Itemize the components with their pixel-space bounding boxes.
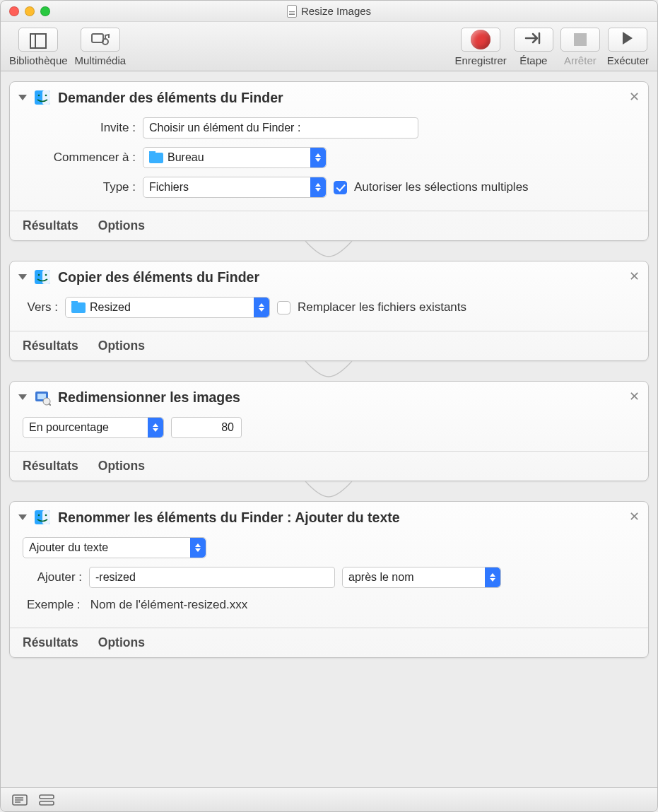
svg-point-9 <box>38 274 40 276</box>
folder-icon <box>71 302 86 313</box>
log-view-button[interactable] <box>12 794 28 806</box>
window-minimize-button[interactable] <box>25 6 35 16</box>
library-button[interactable] <box>18 28 58 52</box>
toolbar: Bibliothèque Multimédia Enregistrer É <box>1 22 657 71</box>
results-button[interactable]: Résultats <box>23 218 78 233</box>
example-label: Exemple : <box>27 598 81 611</box>
action-connector <box>9 361 649 381</box>
start-at-popup[interactable]: Bureau <box>143 147 327 168</box>
window-traffic-lights <box>9 6 50 16</box>
chevron-updown-icon <box>254 298 269 317</box>
svg-point-18 <box>45 514 47 517</box>
run-label: Exécuter <box>607 54 649 66</box>
results-button[interactable]: Résultats <box>23 459 78 473</box>
record-icon <box>471 30 490 49</box>
action-title: Copier des éléments du Finder <box>58 269 640 286</box>
media-button[interactable] <box>81 28 120 52</box>
window-zoom-button[interactable] <box>40 6 50 16</box>
add-position-value: après le nom <box>348 571 414 584</box>
library-icon <box>30 33 47 46</box>
action-copy-finder-items: Copier des éléments du Finder ✕ Vers : R… <box>9 261 649 361</box>
folder-icon <box>149 153 163 163</box>
action-footer: Résultats Options <box>10 628 648 657</box>
disclosure-triangle-icon[interactable] <box>18 274 27 280</box>
svg-rect-0 <box>92 34 103 42</box>
to-folder-popup[interactable]: Resized <box>65 297 270 318</box>
workflow-view-button[interactable] <box>39 794 54 806</box>
svg-point-6 <box>45 95 47 97</box>
options-button[interactable]: Options <box>98 218 145 233</box>
stop-icon <box>574 33 587 46</box>
options-button[interactable]: Options <box>98 339 145 353</box>
disclosure-triangle-icon[interactable] <box>18 394 27 400</box>
stop-button[interactable] <box>560 28 600 52</box>
window-close-button[interactable] <box>9 6 19 16</box>
close-icon[interactable]: ✕ <box>629 509 640 524</box>
results-button[interactable]: Résultats <box>23 635 78 650</box>
svg-rect-4 <box>42 90 50 105</box>
action-connector <box>9 481 649 501</box>
stop-label: Arrêter <box>564 54 597 66</box>
media-label: Multimédia <box>75 54 127 66</box>
status-bar <box>1 787 657 811</box>
svg-point-5 <box>38 95 40 97</box>
to-label: Vers : <box>23 300 58 314</box>
step-label: Étape <box>519 54 547 66</box>
add-text-input[interactable] <box>89 567 335 588</box>
invite-label: Invite : <box>23 121 136 135</box>
svg-line-14 <box>49 404 51 406</box>
resize-mode-popup[interactable]: En pourcentage <box>23 417 164 438</box>
run-button[interactable] <box>608 28 647 52</box>
type-label: Type : <box>23 180 136 194</box>
window-titlebar: Resize Images <box>1 1 657 22</box>
allow-multiple-checkbox[interactable] <box>334 181 347 194</box>
chevron-updown-icon <box>190 538 206 558</box>
step-button[interactable] <box>514 28 553 52</box>
resize-amount-input[interactable] <box>171 417 242 438</box>
results-button[interactable]: Résultats <box>23 339 78 353</box>
record-button[interactable] <box>461 28 500 52</box>
invite-input[interactable] <box>143 117 418 139</box>
options-button[interactable]: Options <box>98 459 145 473</box>
workflow-canvas: Demander des éléments du Finder ✕ Invite… <box>1 71 657 787</box>
disclosure-triangle-icon[interactable] <box>18 95 27 100</box>
action-resize-images: Redimensionner les images ✕ En pourcenta… <box>9 381 649 481</box>
chevron-updown-icon <box>310 148 326 167</box>
chevron-updown-icon <box>148 418 163 437</box>
rename-operation-value: Ajouter du texte <box>29 541 108 554</box>
play-icon <box>621 30 635 49</box>
finder-icon <box>34 509 51 526</box>
disclosure-triangle-icon[interactable] <box>18 514 27 520</box>
finder-icon <box>34 269 51 286</box>
window-title: Resize Images <box>301 5 371 17</box>
add-label: Ajouter : <box>27 570 82 584</box>
replace-existing-checkbox[interactable] <box>277 301 290 314</box>
type-popup[interactable]: Fichiers <box>143 177 327 198</box>
media-icon <box>91 33 110 46</box>
start-at-value: Bureau <box>168 151 204 164</box>
action-title: Demander des éléments du Finder <box>58 90 640 106</box>
add-position-popup[interactable]: après le nom <box>342 567 501 588</box>
action-ask-finder-items: Demander des éléments du Finder ✕ Invite… <box>9 81 649 241</box>
example-value: Nom de l'élément-resized.xxx <box>90 598 247 611</box>
chevron-updown-icon <box>485 567 500 587</box>
close-icon[interactable]: ✕ <box>629 89 640 105</box>
svg-point-17 <box>38 514 40 517</box>
record-label: Enregistrer <box>454 54 506 66</box>
action-rename-finder-items: Renommer les éléments du Finder : Ajoute… <box>9 501 649 658</box>
svg-point-10 <box>45 274 47 276</box>
type-value: Fichiers <box>149 181 189 194</box>
rename-operation-popup[interactable]: Ajouter du texte <box>23 537 206 558</box>
svg-rect-23 <box>40 795 54 799</box>
close-icon[interactable]: ✕ <box>629 389 640 404</box>
replace-existing-label: Remplacer les fichiers existants <box>298 300 466 314</box>
step-icon <box>524 31 543 49</box>
resize-mode-value: En pourcentage <box>29 421 109 434</box>
document-icon <box>287 5 297 18</box>
chevron-updown-icon <box>310 177 326 197</box>
start-at-label: Commencer à : <box>23 151 136 165</box>
library-label: Bibliothèque <box>9 54 68 66</box>
svg-rect-24 <box>40 801 54 805</box>
options-button[interactable]: Options <box>98 635 145 650</box>
close-icon[interactable]: ✕ <box>629 269 640 284</box>
